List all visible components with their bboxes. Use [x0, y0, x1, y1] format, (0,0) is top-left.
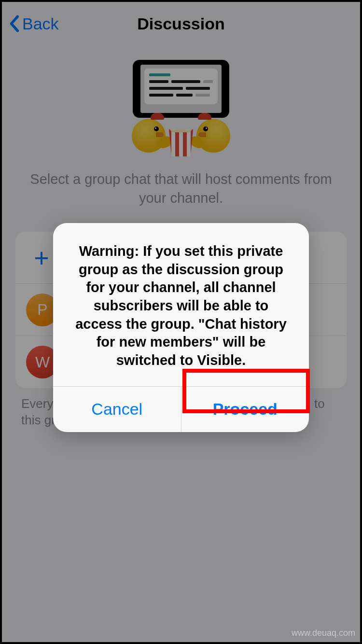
modal-backdrop[interactable]: Warning: If you set this private group a…: [2, 2, 360, 642]
screen: Back Discussion: [2, 2, 360, 642]
watermark: www.deuaq.com: [292, 628, 355, 638]
proceed-button[interactable]: Proceed: [181, 387, 309, 432]
alert-dialog: Warning: If you set this private group a…: [53, 223, 309, 432]
alert-button-row: Cancel Proceed: [53, 386, 309, 432]
alert-message: Warning: If you set this private group a…: [53, 223, 309, 386]
cancel-button[interactable]: Cancel: [53, 387, 181, 432]
